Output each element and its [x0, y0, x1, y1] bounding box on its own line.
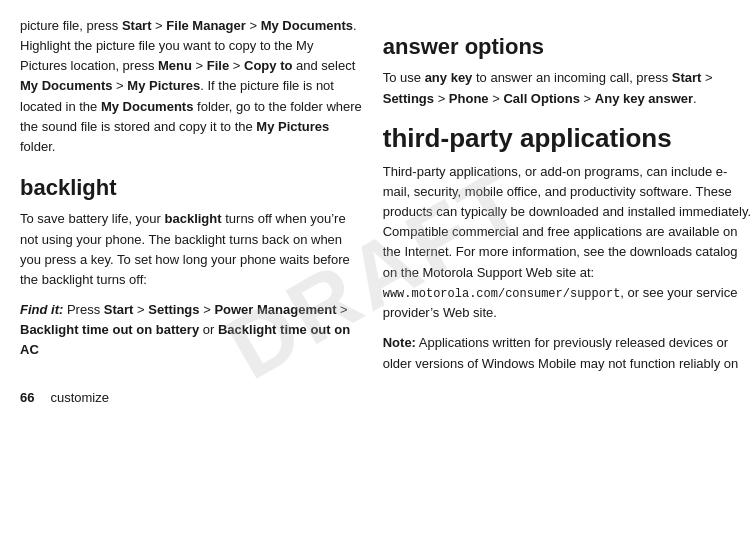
backlight-bold: backlight [165, 211, 222, 226]
start-bold: Start [122, 18, 152, 33]
answer-phone: Phone [449, 91, 489, 106]
right-column: answer options To use any key to answer … [383, 16, 754, 531]
answer-options-heading: answer options [383, 34, 754, 60]
file-bold: File [207, 58, 229, 73]
motorola-url: www.motorola.com/consumer/support [383, 287, 621, 301]
menu-bold: Menu [158, 58, 192, 73]
findit-label: Find it: [20, 302, 63, 317]
page-label: customize [50, 390, 109, 405]
answer-settings: Settings [383, 91, 434, 106]
my-documents-bold: My Documents [261, 18, 353, 33]
findit-paragraph: Find it: Press Start > Settings > Power … [20, 300, 363, 360]
left-column: picture file, press Start > File Manager… [20, 16, 363, 531]
page-container: DRAFT picture file, press Start > File M… [0, 0, 754, 547]
any-key-bold: any key [425, 70, 473, 85]
any-key-answer-bold: Any key answer [595, 91, 693, 106]
thirdparty-paragraph1: Third-party applications, or add-on prog… [383, 162, 754, 324]
thirdparty-heading: third-party applications [383, 123, 754, 154]
intro-paragraph: picture file, press Start > File Manager… [20, 16, 363, 157]
backlight-paragraph: To save battery life, your backlight tur… [20, 209, 363, 290]
my-documents-bold2: My Documents [20, 78, 112, 93]
page-number-row: 66 customize [20, 370, 363, 405]
my-pictures-bold: My Pictures [127, 78, 200, 93]
answer-paragraph: To use any key to answer an incoming cal… [383, 68, 754, 108]
findit-settings: Settings [148, 302, 199, 317]
my-documents-bold3: My Documents [101, 99, 193, 114]
answer-start: Start [672, 70, 702, 85]
copy-to-bold: Copy to [244, 58, 292, 73]
note-paragraph: Note: Applications written for previousl… [383, 333, 754, 373]
findit-power: Power Management [214, 302, 336, 317]
findit-start: Start [104, 302, 134, 317]
note-label: Note: [383, 335, 416, 350]
answer-call-options: Call Options [503, 91, 580, 106]
page-number: 66 [20, 390, 34, 405]
backlight-heading: backlight [20, 175, 363, 201]
file-manager-bold: File Manager [166, 18, 245, 33]
findit-backlight-battery: Backlight time out on battery [20, 322, 199, 337]
my-pictures-bold2: My Pictures [256, 119, 329, 134]
